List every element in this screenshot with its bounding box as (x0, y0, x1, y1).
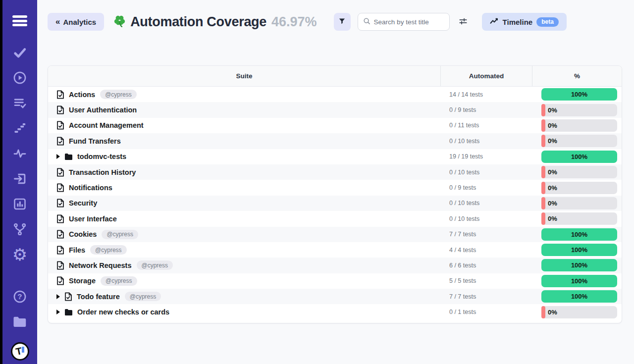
automated-cell: 0 / 9 tests (440, 184, 532, 191)
table-row[interactable]: User Interface 0 / 10 tests 0% (48, 211, 622, 226)
back-analytics-label: Analytics (63, 18, 96, 26)
suite-tag-badge: @cypress (137, 260, 173, 270)
suite-name: Network Requests (69, 261, 132, 269)
table-row[interactable]: todomvc-tests 19 / 19 tests 100% (48, 149, 622, 164)
suite-cell: Network Requests @cypress (48, 260, 440, 270)
column-header-suite[interactable]: Suite (48, 66, 440, 86)
suite-cell: Account Management (48, 121, 440, 130)
percent-cell: 0% (532, 104, 622, 116)
suite-tag-badge: @cypress (125, 292, 161, 301)
table-row[interactable]: Security 0 / 10 tests 0% (48, 196, 622, 211)
suite-tag-badge: @cypress (100, 90, 137, 99)
sidebar-item-settings[interactable]: ⚙ (10, 245, 30, 264)
caret-right-icon[interactable] (56, 310, 60, 314)
column-header-percent[interactable]: % (532, 66, 622, 86)
folder-icon (64, 153, 73, 160)
sidebar-item-import[interactable] (10, 169, 30, 189)
table-row[interactable]: Transaction History 0 / 10 tests 0% (48, 164, 622, 180)
search-input[interactable] (374, 18, 444, 26)
back-analytics-button[interactable]: « Analytics (48, 13, 104, 31)
beta-badge: beta (536, 17, 559, 27)
sidebar-item-projects[interactable] (10, 312, 30, 332)
automated-count: 0 / 10 tests (449, 215, 479, 222)
percent-label: 100% (571, 277, 587, 285)
table-row[interactable]: Files @cypress 4 / 4 tests 100% (48, 242, 622, 258)
percent-bar: 0% (541, 166, 617, 178)
suite-name: Account Management (69, 121, 144, 129)
sidebar-item-help[interactable]: ? (10, 287, 30, 307)
automated-cell: 14 / 14 tests (440, 91, 532, 98)
automated-count: 0 / 9 tests (449, 184, 476, 191)
bar-chart-icon (13, 197, 27, 211)
percent-bar: 0% (541, 212, 617, 225)
file-check-icon (56, 214, 64, 223)
table-row[interactable]: Notifications 0 / 9 tests 0% (48, 180, 622, 195)
column-header-automated[interactable]: Automated (440, 66, 532, 86)
red-sliver (541, 182, 545, 194)
sidebar-item-pulse[interactable] (10, 144, 30, 163)
table-row[interactable]: User Authentication 0 / 9 tests 0% (48, 102, 622, 117)
sidebar-item-analytics[interactable] (10, 194, 30, 214)
percent-label: 0% (548, 184, 557, 192)
suite-cell: Cookies @cypress (48, 230, 440, 239)
funnel-icon (338, 17, 346, 26)
sidebar-item-branches[interactable] (10, 219, 30, 239)
column-settings-button[interactable] (456, 15, 470, 29)
percent-bar: 0% (541, 135, 617, 147)
timeline-button[interactable]: Timeline beta (482, 13, 567, 31)
menu-icon[interactable] (10, 11, 30, 31)
caret-right-icon[interactable] (56, 154, 60, 159)
percent-bar: 100% (541, 228, 617, 241)
automated-cell: 19 / 19 tests (440, 153, 532, 160)
suite-tag-badge: @cypress (102, 230, 138, 239)
sidebar-item-tests[interactable] (10, 43, 30, 62)
automated-cell: 0 / 9 tests (440, 106, 532, 113)
table-row[interactable]: Fund Transfers 0 / 10 tests 0% (48, 133, 622, 149)
suite-name: Order new checks or cards (77, 308, 169, 316)
suite-cell: todomvc-tests (48, 153, 440, 160)
folder-icon (64, 309, 73, 316)
automated-count: 0 / 10 tests (449, 138, 479, 145)
percent-cell: 0% (532, 306, 622, 318)
red-sliver (541, 166, 545, 178)
automated-count: 7 / 7 tests (449, 231, 476, 238)
percent-bar: 0% (541, 306, 617, 318)
table-row[interactable]: Todo feature @cypress 7 / 7 tests 100% (48, 289, 622, 304)
table-row[interactable]: Network Requests @cypress 6 / 6 tests 10… (48, 258, 622, 273)
automated-cell: 0 / 1 tests (440, 309, 532, 315)
sliders-icon (458, 16, 468, 28)
double-chevron-left-icon: « (55, 17, 59, 27)
gear-icon: ⚙ (12, 246, 27, 263)
table-row[interactable]: Storage @cypress 5 / 5 tests 100% (48, 273, 622, 289)
file-check-icon (56, 121, 64, 130)
table-row[interactable]: Actions @cypress 14 / 14 tests 100% (48, 87, 622, 102)
suite-cell: Transaction History (48, 168, 440, 177)
sidebar-item-plans[interactable] (10, 93, 30, 113)
percent-label: 0% (548, 168, 557, 176)
percent-cell: 100% (532, 290, 622, 303)
file-check-icon (56, 261, 64, 270)
suite-name: Files (69, 246, 85, 254)
table-row[interactable]: Cookies @cypress 7 / 7 tests 100% (48, 227, 622, 242)
suite-name: User Authentication (69, 106, 137, 114)
suite-name: Todo feature (77, 293, 120, 301)
suite-cell: Security (48, 199, 440, 208)
suite-tag-badge: @cypress (90, 245, 127, 255)
sidebar-item-milestones[interactable] (10, 118, 30, 138)
automated-cell: 0 / 10 tests (440, 215, 532, 222)
file-check-icon (56, 199, 64, 208)
suite-tag-badge: @cypress (101, 276, 137, 286)
automated-cell: 7 / 7 tests (440, 293, 532, 300)
table-row[interactable]: Account Management 0 / 11 tests 0% (48, 118, 622, 133)
caret-right-icon[interactable] (56, 294, 60, 299)
table-body: Actions @cypress 14 / 14 tests 100% User… (48, 87, 622, 320)
trend-line-icon (490, 18, 499, 26)
folder-icon (12, 315, 27, 328)
filter-button[interactable] (334, 13, 351, 31)
table-row[interactable]: Order new checks or cards 0 / 1 tests 0% (48, 304, 622, 319)
sidebar-item-runs[interactable] (10, 68, 30, 88)
automated-count: 0 / 9 tests (449, 106, 476, 113)
percent-cell: 0% (532, 166, 622, 178)
logo-testomat[interactable]: T (11, 342, 29, 361)
suite-name: User Interface (69, 215, 117, 223)
